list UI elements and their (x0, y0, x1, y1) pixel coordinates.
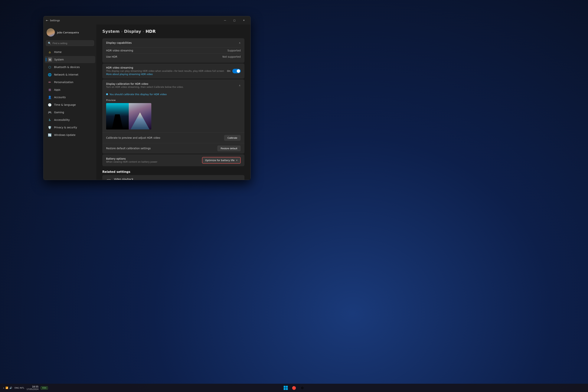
personalization-icon: ✏️ (48, 80, 52, 84)
video-playback-item[interactable]: Video playback Video adjustments, HDR st… (102, 175, 244, 180)
sidebar-item-accounts[interactable]: 👤 Accounts (45, 94, 95, 101)
calibration-header-left: Display calibration for HDR video Turn o… (106, 82, 239, 88)
sidebar-item-gaming[interactable]: 🎮 Gaming (45, 109, 95, 116)
sidebar-item-label: Accessibility (54, 118, 70, 121)
related-text: Video playback Video adjustments, HDR st… (114, 178, 172, 180)
back-button[interactable]: ← (46, 19, 48, 22)
preview-building (112, 114, 123, 130)
sidebar-item-network[interactable]: 🌐 Network & internet (45, 71, 95, 78)
avatar (46, 28, 55, 36)
maximize-button[interactable]: □ (230, 18, 239, 23)
close-button[interactable]: ✕ (240, 18, 248, 23)
hdr-streaming-toggle-desc: This display can play streaming HDR vide… (106, 70, 227, 76)
calibration-notice: You should calibrate this display for HD… (102, 92, 244, 98)
active-indicator (46, 58, 46, 62)
calibrate-action-row: Calibrate to preview and adjust HDR vide… (102, 132, 244, 143)
apps-icon: ⊞ (48, 88, 52, 92)
preview-image (106, 103, 151, 130)
privacy-icon: 🛡️ (48, 125, 52, 130)
display-capabilities-card: Display capabilities ∧ HDR video streami… (102, 38, 244, 63)
breadcrumb-system[interactable]: System (102, 29, 120, 34)
chevron-right-icon: › (240, 179, 241, 180)
search-icon: 🔍 (48, 42, 51, 45)
sidebar: João Carrasqueira 🔍 ⌂ Home ⊞ System ⬡ Bl… (44, 24, 96, 180)
hdr-streaming-link[interactable]: More about playing streaming HDR video (106, 73, 153, 76)
hdr-streaming-row: HDR video streaming Supported (106, 47, 241, 54)
sidebar-item-update[interactable]: 🔄 Windows Update (45, 131, 95, 138)
sidebar-item-label: Privacy & security (54, 126, 77, 129)
search-box[interactable]: 🔍 (46, 40, 94, 46)
breadcrumb-current: HDR (146, 29, 156, 34)
hdr-streaming-value: Supported (228, 49, 241, 52)
sidebar-item-personalization[interactable]: ✏️ Personalization (45, 78, 95, 86)
calibration-title: Display calibration for HDR video (106, 82, 239, 85)
network-icon: 🌐 (48, 72, 52, 77)
video-playback-icon (106, 178, 112, 180)
accessibility-icon: ♿ (48, 118, 52, 122)
titlebar: ← Settings — □ ✕ (44, 16, 250, 24)
hdr-streaming-toggle-title: HDR video streaming (106, 66, 227, 69)
home-icon: ⌂ (48, 50, 52, 54)
sidebar-item-apps[interactable]: ⊞ Apps (45, 86, 95, 93)
time-icon: 🕐 (48, 103, 52, 107)
use-hdr-row: Use HDR Not supported (106, 54, 241, 60)
breadcrumb-sep-1: › (121, 30, 122, 33)
chevron-up-icon: ∧ (239, 41, 241, 44)
toggle-on-label: On (227, 70, 230, 72)
sidebar-item-accessibility[interactable]: ♿ Accessibility (45, 116, 95, 124)
preview-right-panel (129, 103, 151, 130)
bluetooth-icon: ⬡ (48, 65, 52, 69)
update-icon: 🔄 (48, 133, 52, 137)
calibrate-button[interactable]: Calibrate (224, 135, 241, 141)
sidebar-item-label: Bluetooth & devices (54, 66, 80, 68)
breadcrumb: System › Display › HDR (102, 29, 244, 34)
use-hdr-value: Not supported (222, 55, 241, 58)
search-input[interactable] (52, 42, 92, 45)
battery-subtitle: When viewing HDR content on battery powe… (106, 160, 157, 163)
notice-dot (106, 93, 108, 95)
display-capabilities-title: Display capabilities (106, 41, 132, 44)
minimize-button[interactable]: — (221, 18, 229, 23)
settings-window: ← Settings — □ ✕ João Carrasqueira 🔍 (43, 16, 251, 180)
sidebar-item-label: Accounts (54, 96, 66, 99)
sidebar-item-label: Gaming (54, 111, 64, 114)
hdr-streaming-info: HDR video streaming This display can pla… (106, 66, 227, 76)
breadcrumb-sep-2: › (143, 30, 144, 33)
sidebar-item-label: Personalization (54, 81, 73, 84)
svg-rect-0 (107, 180, 110, 180)
sidebar-item-privacy[interactable]: 🛡️ Privacy & security (45, 124, 95, 131)
display-capabilities-header[interactable]: Display capabilities ∧ (102, 38, 244, 47)
preview-left-panel (106, 103, 129, 130)
hdr-streaming-label: HDR video streaming (106, 49, 133, 52)
calibration-subtitle: Turn on HDR video streaming, then select… (106, 86, 239, 88)
sidebar-item-label: Network & internet (54, 73, 78, 76)
related-name: Video playback (114, 178, 172, 180)
preview-label: Preview (102, 98, 244, 103)
hdr-streaming-toggle-row: HDR video streaming This display can pla… (102, 64, 244, 78)
calibration-header[interactable]: Display calibration for HDR video Turn o… (102, 79, 244, 92)
battery-dropdown[interactable]: Optimize for battery life ∨ (202, 157, 241, 164)
restore-default-button[interactable]: Restore default (217, 146, 241, 151)
calibration-section: Display calibration for HDR video Turn o… (102, 79, 244, 154)
sidebar-item-home[interactable]: ⌂ Home (45, 48, 95, 56)
battery-info: Battery options When viewing HDR content… (106, 157, 157, 163)
related-settings-title: Related settings (102, 170, 244, 174)
battery-dropdown-value: Optimize for battery life (205, 159, 234, 162)
notice-text: You should calibrate this display for HD… (110, 93, 166, 96)
calibrate-action-label: Calibrate to preview and adjust HDR vide… (106, 136, 160, 139)
breadcrumb-display[interactable]: Display (124, 29, 141, 34)
chevron-down-icon: ∨ (236, 159, 238, 162)
main-content: System › Display › HDR Display capabilit… (96, 24, 250, 180)
restore-action-row: Restore default calibration settings Res… (102, 143, 244, 154)
sidebar-item-label: Windows Update (54, 134, 76, 136)
sidebar-item-time[interactable]: 🕐 Time & language (45, 101, 95, 108)
toggle-knob (237, 69, 240, 73)
sidebar-item-label: Apps (54, 88, 60, 91)
hdr-streaming-toggle[interactable] (232, 69, 241, 73)
sidebar-item-label: Time & language (54, 103, 76, 106)
sidebar-item-bluetooth[interactable]: ⬡ Bluetooth & devices (45, 64, 95, 71)
battery-options-row: Battery options When viewing HDR content… (102, 154, 244, 166)
sidebar-item-system[interactable]: ⊞ System (45, 56, 95, 63)
hdr-streaming-toggle-right: On (227, 69, 241, 73)
restore-action-label: Restore default calibration settings (106, 147, 151, 150)
